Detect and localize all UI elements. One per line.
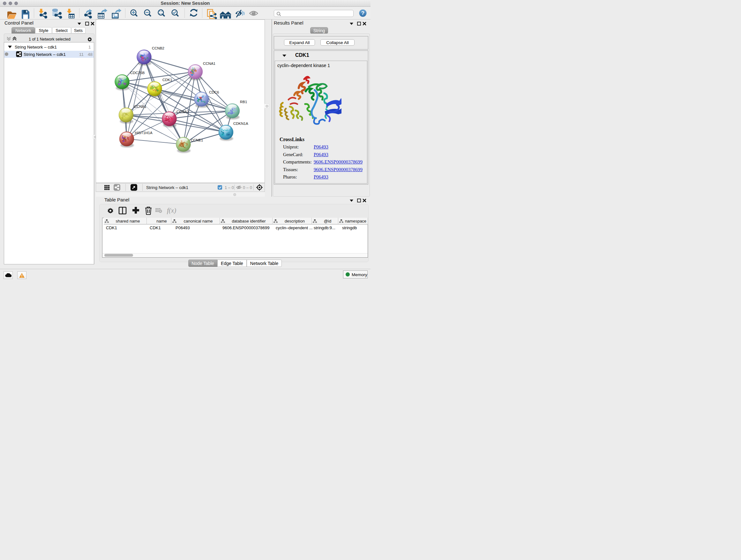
svg-text:CCNA2: CCNA2 [177, 110, 189, 114]
svg-text:CDKN1A: CDKN1A [233, 122, 248, 125]
svg-text:1 – 0: 1 – 0 [225, 185, 234, 190]
svg-text:String Network – cdk1: String Network – cdk1 [146, 185, 188, 190]
svg-text:CCNB1: CCNB1 [134, 105, 146, 109]
svg-text:0 – 0: 0 – 0 [243, 185, 252, 190]
svg-text:CDC6: CDC6 [209, 90, 219, 94]
svg-text:CCNE1: CCNE1 [191, 138, 203, 142]
svg-text:CDK1: CDK1 [162, 78, 172, 82]
svg-text:f(x): f(x) [167, 206, 176, 214]
svg-text:CCNA1: CCNA1 [203, 62, 215, 65]
svg-text:?: ? [361, 10, 364, 16]
svg-text:RB1: RB1 [240, 100, 247, 104]
svg-text:HIST1H1A: HIST1H1A [135, 131, 152, 135]
svg-text:CCNB2: CCNB2 [152, 46, 164, 50]
svg-text:CDC25B: CDC25B [130, 71, 145, 75]
